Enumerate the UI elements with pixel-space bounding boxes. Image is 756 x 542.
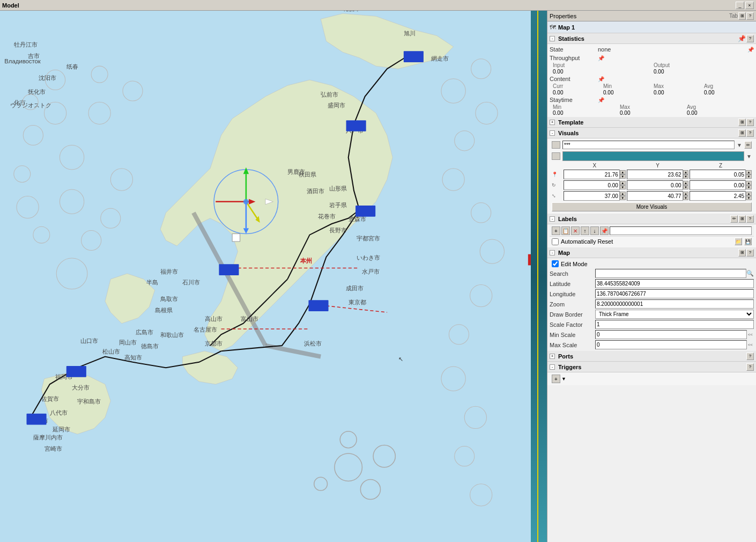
- throughput-pin[interactable]: 📌: [598, 55, 604, 61]
- ports-expand[interactable]: +: [550, 354, 555, 359]
- scl-x-input[interactable]: [564, 191, 620, 201]
- color-dropdown-arrow[interactable]: ▼: [746, 153, 752, 159]
- max-scale-input[interactable]: [595, 340, 747, 349]
- zoom-input[interactable]: [595, 299, 754, 309]
- scl-z-down[interactable]: ▼: [746, 196, 752, 200]
- pos-y-up[interactable]: ▲: [683, 170, 689, 174]
- scl-y-up[interactable]: ▲: [683, 192, 689, 196]
- auto-reset-icon2[interactable]: 💾: [744, 238, 752, 245]
- avg-label: Avg: [704, 83, 754, 89]
- label-up-btn[interactable]: ↑: [581, 226, 589, 235]
- auto-reset-checkbox[interactable]: [552, 238, 559, 245]
- scl-y-input[interactable]: [627, 191, 683, 201]
- latitude-input[interactable]: [595, 279, 754, 288]
- rot-x-up[interactable]: ▲: [620, 181, 626, 185]
- rot-x-down[interactable]: ▼: [620, 185, 626, 189]
- max-scale-double-arrow[interactable]: <<: [747, 342, 754, 347]
- triggers-expand[interactable]: -: [550, 364, 555, 370]
- pos-z-container: ▲ ▼: [690, 170, 752, 179]
- longitude-input[interactable]: [595, 289, 754, 298]
- content-pin[interactable]: 📌: [598, 76, 604, 82]
- color-swatch-2[interactable]: [552, 152, 560, 160]
- pos-x-up[interactable]: ▲: [620, 170, 626, 174]
- more-visuals-button[interactable]: More Visuals: [552, 202, 752, 211]
- visuals-dropdown-arrow[interactable]: ▼: [737, 142, 742, 148]
- scl-y-down[interactable]: ▼: [683, 196, 689, 200]
- svg-text:八代市: 八代市: [50, 409, 68, 416]
- labels-expand[interactable]: -: [550, 216, 555, 222]
- map-area[interactable]: 札幌市 旭川 網走市 八戸市 秋田県 山形県 豊森市 長野市 宇都宮市 いわき市…: [0, 11, 531, 542]
- rot-z-down[interactable]: ▼: [746, 185, 752, 189]
- labels-edit-icon[interactable]: ✏: [730, 215, 738, 223]
- rot-y-up[interactable]: ▲: [683, 181, 689, 185]
- edit-mode-checkbox[interactable]: [552, 260, 559, 267]
- svg-text:高知市: 高知市: [124, 354, 142, 361]
- svg-text:宇都宮市: 宇都宮市: [357, 235, 380, 241]
- visuals-help[interactable]: ?: [746, 129, 754, 137]
- color-bar[interactable]: [562, 151, 744, 161]
- label-pin-btn[interactable]: 📌: [600, 226, 609, 235]
- scale-factor-input[interactable]: [595, 320, 754, 329]
- rot-y-input[interactable]: [627, 180, 683, 190]
- rot-y-down[interactable]: ▼: [683, 185, 689, 189]
- template-expand[interactable]: +: [550, 120, 555, 125]
- scl-x-up[interactable]: ▲: [620, 192, 626, 196]
- search-icon[interactable]: 🔍: [746, 270, 754, 277]
- minimize-button[interactable]: _: [736, 2, 744, 9]
- triggers-add-btn[interactable]: +: [552, 375, 560, 383]
- min-scale-input[interactable]: [595, 330, 747, 339]
- pos-z-input[interactable]: [690, 170, 746, 179]
- visuals-icon1[interactable]: ⊞: [738, 129, 746, 137]
- pos-y-input[interactable]: [627, 170, 683, 179]
- label-input[interactable]: [610, 226, 752, 235]
- pos-z-down[interactable]: ▼: [746, 174, 752, 179]
- map-icon1[interactable]: ⊞: [738, 249, 746, 257]
- xyz-header-row: X Y Z: [550, 162, 754, 169]
- label-copy-btn[interactable]: 📋: [561, 226, 570, 235]
- min-scale-row: Min Scale <<: [550, 329, 754, 340]
- properties-icon-2[interactable]: ?: [746, 12, 754, 20]
- scl-x-arrows: ▲ ▼: [620, 192, 626, 200]
- min-scale-double-arrow[interactable]: <<: [747, 332, 754, 337]
- map-section-expand[interactable]: -: [550, 250, 555, 255]
- pos-x-down[interactable]: ▼: [620, 174, 626, 179]
- max-label: Max: [654, 83, 703, 89]
- statistics-expand[interactable]: -: [550, 36, 555, 41]
- scl-z-up[interactable]: ▲: [746, 192, 752, 196]
- labels-icon2[interactable]: ⊞: [738, 215, 746, 223]
- visuals-text-input[interactable]: [562, 141, 735, 149]
- template-help[interactable]: ?: [746, 119, 754, 126]
- visuals-edit-icon[interactable]: ✏: [744, 141, 752, 149]
- statistics-pin[interactable]: 📌: [738, 35, 746, 42]
- visuals-expand[interactable]: -: [550, 130, 555, 136]
- svg-rect-61: [404, 51, 424, 62]
- scl-x-down[interactable]: ▼: [620, 196, 626, 200]
- color-swatch-1[interactable]: [552, 141, 560, 149]
- staytime-pin[interactable]: 📌: [598, 97, 604, 103]
- triggers-dropdown-arrow[interactable]: ▼: [561, 376, 566, 382]
- main-content: 札幌市 旭川 網走市 八戸市 秋田県 山形県 豊森市 長野市 宇都宮市 いわき市…: [0, 11, 756, 542]
- scl-z-input[interactable]: [690, 191, 746, 201]
- rot-x-input[interactable]: [564, 180, 620, 190]
- ports-help[interactable]: ?: [746, 353, 754, 360]
- triggers-help[interactable]: ?: [746, 363, 754, 371]
- label-down-btn[interactable]: ↓: [590, 226, 599, 235]
- template-icon1[interactable]: ⊞: [738, 119, 746, 126]
- pos-z-up[interactable]: ▲: [746, 170, 752, 174]
- statistics-help[interactable]: ?: [746, 35, 754, 42]
- close-button[interactable]: ×: [745, 2, 754, 9]
- svg-text:豊森市: 豊森市: [349, 216, 366, 222]
- label-add-btn[interactable]: +: [552, 226, 560, 235]
- draw-border-select[interactable]: None Simple Thick Frame: [595, 310, 754, 319]
- labels-help[interactable]: ?: [746, 215, 754, 223]
- pos-y-down[interactable]: ▼: [683, 174, 689, 179]
- properties-icon-1[interactable]: ⊞: [738, 12, 746, 20]
- map-help[interactable]: ?: [746, 249, 754, 257]
- pos-x-input[interactable]: [564, 170, 620, 179]
- rot-z-up[interactable]: ▲: [746, 181, 752, 185]
- search-input[interactable]: [595, 269, 746, 278]
- auto-reset-icon1[interactable]: 📁: [735, 238, 742, 245]
- rot-z-input[interactable]: [690, 180, 746, 190]
- label-delete-btn[interactable]: ✕: [571, 226, 580, 235]
- state-pin[interactable]: 📌: [747, 47, 754, 53]
